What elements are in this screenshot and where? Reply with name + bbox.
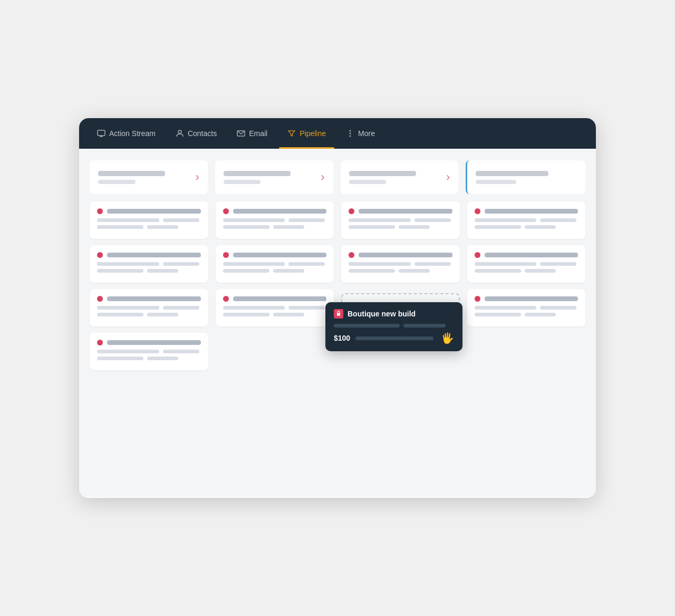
- card-c11[interactable]: [467, 245, 586, 283]
- nav-more[interactable]: More: [338, 118, 383, 149]
- drag-tooltip: Boutique new build $100 🖐: [325, 302, 462, 351]
- envelope-icon: [237, 129, 245, 138]
- nav-email[interactable]: Email: [228, 118, 276, 149]
- stage-header-4: [466, 160, 585, 194]
- card-dot: [475, 296, 480, 302]
- tooltip-price: $100: [334, 334, 350, 342]
- card-c8[interactable]: [341, 201, 460, 239]
- stage-header-line2: [224, 180, 261, 184]
- stage-chevron-2: ›: [321, 170, 324, 184]
- card-dot: [223, 252, 229, 258]
- svg-point-5: [350, 130, 351, 132]
- svg-point-6: [350, 133, 351, 134]
- app-window: Action Stream Contacts Email Pipeline: [79, 118, 596, 498]
- stage-header-line1: [98, 171, 165, 176]
- card-c2[interactable]: [90, 245, 208, 283]
- stage-header-3: ›: [341, 160, 459, 194]
- pipeline-col-4: [467, 201, 586, 370]
- stage-header-line1: [224, 171, 291, 176]
- card-c7[interactable]: [216, 289, 334, 326]
- cursor-icon: 🖐: [441, 332, 454, 344]
- card-title-bar: [107, 340, 201, 345]
- stage-chevron-1: ›: [195, 170, 199, 184]
- card-c3[interactable]: [90, 289, 208, 326]
- nav-action-stream-label: Action Stream: [109, 129, 156, 138]
- card-title-bar: [107, 209, 201, 214]
- card-dot: [475, 252, 480, 258]
- card-dot: [97, 208, 103, 214]
- card-title-bar: [485, 296, 578, 301]
- card-c1[interactable]: [90, 201, 208, 239]
- card-title-bar: [233, 209, 327, 214]
- stage-header-1: ›: [90, 160, 208, 194]
- nav-pipeline-label: Pipeline: [300, 129, 326, 138]
- card-title-bar: [359, 253, 452, 257]
- svg-point-3: [178, 130, 181, 133]
- person-icon: [176, 129, 184, 138]
- card-title-bar: [359, 209, 452, 214]
- dots-vertical-icon: [346, 129, 354, 138]
- tooltip-briefcase-icon: [334, 309, 343, 319]
- svg-rect-8: [337, 313, 340, 316]
- tooltip-title: Boutique new build: [348, 310, 416, 318]
- card-dot: [223, 296, 229, 302]
- card-title-bar: [107, 296, 201, 301]
- card-c6[interactable]: [216, 245, 334, 283]
- pipeline-col-2: [216, 201, 334, 370]
- stage-chevron-3: ›: [446, 170, 450, 184]
- pipeline-board: › › ›: [79, 149, 596, 497]
- stage-header-line1: [349, 171, 416, 176]
- card-title-bar: [233, 253, 327, 257]
- drag-drop-area: Boutique new build $100 🖐: [341, 293, 460, 335]
- card-dot: [475, 208, 480, 214]
- monitor-icon: [97, 129, 105, 138]
- pipeline-columns: Boutique new build $100 🖐: [90, 201, 585, 370]
- nav-action-stream[interactable]: Action Stream: [89, 118, 164, 149]
- svg-point-7: [350, 136, 351, 137]
- card-dot: [349, 252, 354, 258]
- card-title-bar: [485, 253, 578, 257]
- pipeline-col-1: [90, 201, 208, 370]
- nav-more-label: More: [358, 129, 375, 138]
- stage-header-line2: [476, 180, 516, 184]
- stage-header-line1: [476, 171, 548, 176]
- card-c10[interactable]: [467, 201, 586, 239]
- nav-contacts[interactable]: Contacts: [167, 118, 225, 149]
- card-title-bar: [233, 296, 327, 301]
- nav-pipeline[interactable]: Pipeline: [279, 118, 334, 149]
- card-dot: [97, 252, 103, 258]
- stage-header-line2: [98, 180, 136, 184]
- nav-bar: Action Stream Contacts Email Pipeline: [79, 118, 596, 149]
- stage-header-line2: [349, 180, 387, 184]
- svg-rect-0: [98, 130, 105, 136]
- card-title-bar: [107, 253, 201, 257]
- nav-contacts-label: Contacts: [188, 129, 217, 138]
- stages-row: › › ›: [90, 160, 585, 194]
- card-dot: [97, 340, 103, 345]
- nav-email-label: Email: [249, 129, 267, 138]
- card-c9[interactable]: [341, 245, 460, 283]
- stage-header-2: ›: [215, 160, 333, 194]
- card-c4[interactable]: [90, 333, 208, 370]
- pipeline-col-3: Boutique new build $100 🖐: [341, 201, 460, 370]
- funnel-icon: [287, 129, 296, 138]
- card-title-bar: [485, 209, 578, 214]
- card-dot: [223, 208, 229, 214]
- card-c12[interactable]: [467, 289, 586, 326]
- card-c5[interactable]: [216, 201, 334, 239]
- card-dot: [349, 208, 354, 214]
- card-dot: [97, 296, 103, 302]
